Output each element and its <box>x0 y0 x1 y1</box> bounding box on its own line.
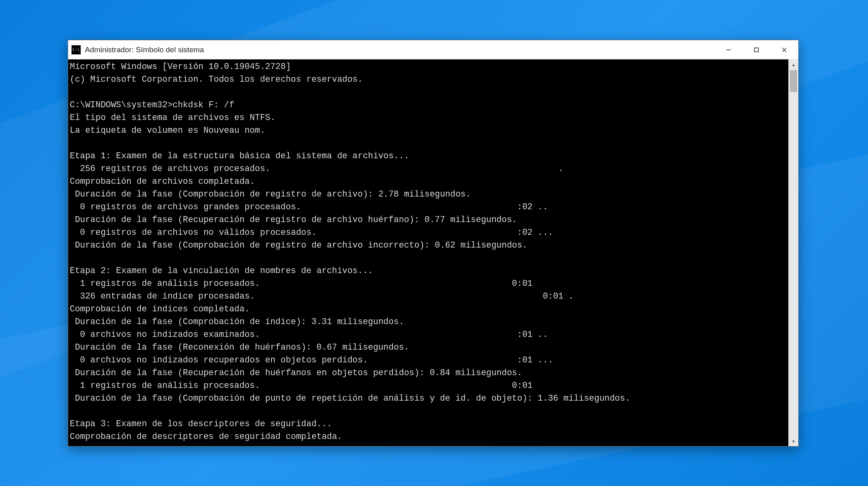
vertical-scrollbar[interactable]: ▴ ▾ <box>788 59 798 446</box>
scroll-up-arrow[interactable]: ▴ <box>789 59 798 69</box>
window-title: Administrador: Símbolo del sistema <box>85 45 715 54</box>
cmd-icon: C:\ <box>71 45 81 55</box>
minimize-button[interactable] <box>715 40 742 59</box>
scroll-thumb[interactable] <box>790 70 797 92</box>
svg-rect-1 <box>754 48 758 52</box>
command-prompt-window: C:\ Administrador: Símbolo del sistema M… <box>68 40 799 447</box>
close-button[interactable] <box>770 40 798 59</box>
scroll-down-arrow[interactable]: ▾ <box>789 436 798 446</box>
terminal-output[interactable]: Microsoft Windows [Versión 10.0.19045.27… <box>68 59 788 446</box>
terminal-body: Microsoft Windows [Versión 10.0.19045.27… <box>68 59 798 446</box>
maximize-button[interactable] <box>742 40 770 59</box>
titlebar[interactable]: C:\ Administrador: Símbolo del sistema <box>68 40 798 59</box>
window-controls <box>715 40 798 59</box>
